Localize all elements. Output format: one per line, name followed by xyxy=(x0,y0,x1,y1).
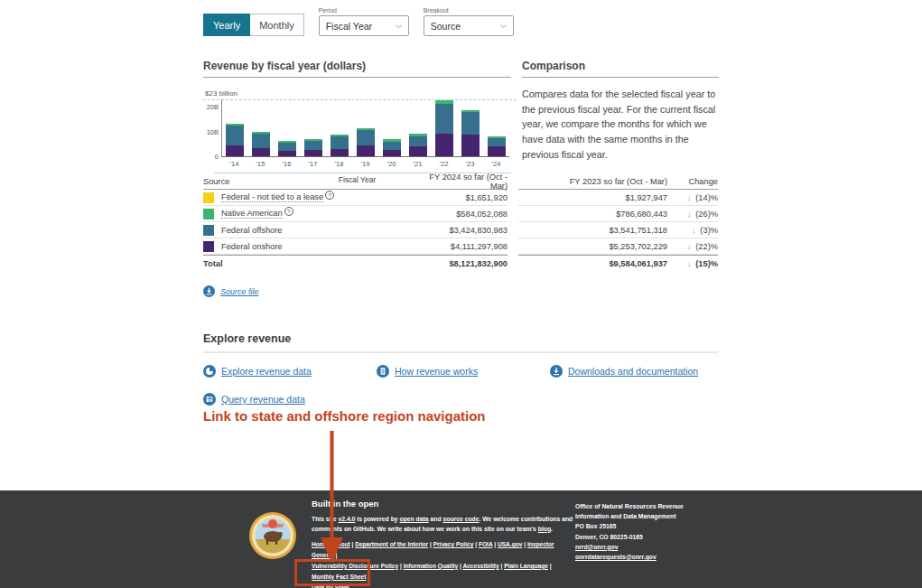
table-left-columns: SourceFY 2024 so far (Oct - Mar)Federal … xyxy=(203,173,508,271)
bar-segment-federal-offshore xyxy=(488,138,506,146)
footer-inline-link[interactable]: blog xyxy=(538,526,551,532)
contact-line: Denver, CO 80225-0165 xyxy=(575,532,684,542)
chart-title: Revenue by fiscal year (dollars) xyxy=(203,60,511,78)
row-label: Federal - not tied to a lease xyxy=(221,192,323,202)
help-icon[interactable]: ? xyxy=(325,191,334,200)
footer-link-information-quality[interactable]: Information Quality xyxy=(404,563,458,569)
bar-fy16[interactable] xyxy=(278,141,296,156)
revenue-breakdown-table: SourceFY 2024 so far (Oct - Mar)Federal … xyxy=(203,173,718,271)
footer-link-privacy-policy[interactable]: Privacy Policy xyxy=(433,541,474,547)
row-label: Native American xyxy=(221,209,283,219)
footer-link-usa-gov[interactable]: USA.gov xyxy=(498,541,522,547)
contact-text: Office of Natural Resources Revenue xyxy=(575,503,684,509)
change-value: ↓ (15)% xyxy=(667,259,718,268)
bar-segment-federal-offshore xyxy=(304,141,322,151)
bar-segment-federal-offshore xyxy=(252,134,270,148)
source-file-link[interactable]: Source file xyxy=(203,285,259,297)
comparison-description: Compares data for the selected fiscal ye… xyxy=(522,87,719,163)
x-tick-label: '16 xyxy=(283,160,292,168)
down-arrow-icon: ↓ xyxy=(687,242,692,251)
legend-swatch xyxy=(203,225,214,236)
contact-email-link[interactable]: nrrd@onrr.gov xyxy=(575,542,684,552)
change-value: ↓ (14)% xyxy=(667,193,718,202)
footer-inline-link[interactable]: open data xyxy=(399,516,428,522)
bar-fy23[interactable] xyxy=(461,110,480,156)
bar-fy14[interactable] xyxy=(226,124,244,156)
legend-swatch xyxy=(203,209,214,219)
x-tick-label: '20 xyxy=(387,160,396,168)
down-arrow-icon: ↓ xyxy=(687,193,692,202)
bar-segment-federal-offshore xyxy=(331,136,349,149)
monthly-tab[interactable]: Monthly xyxy=(250,14,304,36)
explore-link-downloads-and-documentation[interactable]: Downloads and documentation xyxy=(550,365,718,378)
footer-text: and xyxy=(429,516,443,522)
footer-link-plain-language[interactable]: Plain Language xyxy=(504,563,548,569)
contact-text: PO Box 25165 xyxy=(575,523,616,529)
chart-plot-area xyxy=(221,99,509,157)
bar-segment-federal-onshore xyxy=(357,145,375,156)
bar-fy18[interactable] xyxy=(331,135,349,156)
change-value: ↓ (22)% xyxy=(667,242,718,251)
bar-segment-federal-offshore xyxy=(357,130,375,145)
bar-segment-federal-onshore xyxy=(461,135,480,156)
row-label-cell: Native American? xyxy=(221,209,410,219)
x-tick-label: '21 xyxy=(414,160,423,168)
bar-fy15[interactable] xyxy=(252,132,270,156)
fy2024-value: $584,052,088 xyxy=(410,210,508,219)
bar-fy19[interactable] xyxy=(357,128,375,156)
chevron-down-icon: ⌵ xyxy=(500,21,507,31)
bar-fy17[interactable] xyxy=(304,139,322,156)
x-tick-label: '14 xyxy=(230,160,239,168)
table-icon xyxy=(203,393,216,406)
bar-segment-federal-onshore xyxy=(278,151,296,156)
row-label: Total xyxy=(203,259,223,268)
bar-fy22[interactable] xyxy=(435,100,453,156)
fy2023-column-header: FY 2023 so far (Oct - Mar) xyxy=(518,177,667,186)
footer-text: is powered by xyxy=(355,516,399,522)
explore-link-explore-revenue-data[interactable]: Explore revenue data xyxy=(203,365,377,378)
footer-link-foia[interactable]: FOIA xyxy=(479,541,493,547)
period-select[interactable]: Fiscal Year ⌵ xyxy=(319,15,409,36)
footer-inline-link[interactable]: source code xyxy=(442,516,479,522)
explore-link-how-revenue-works[interactable]: How revenue works xyxy=(377,365,550,378)
explore-link-query-revenue-data[interactable]: Query revenue data xyxy=(203,393,377,406)
x-axis-labels: '14'15'16'17'18'19'20'21'22'23'24 xyxy=(221,160,509,168)
built-in-the-open-title: Built in the open xyxy=(312,499,573,509)
bar-fy20[interactable] xyxy=(383,139,401,156)
bar-segment-federal-onshore xyxy=(226,145,244,156)
fy2024-value: $3,424,830,983 xyxy=(410,226,508,235)
x-tick-label: '15 xyxy=(256,160,265,168)
period-value: Fiscal Year xyxy=(326,21,372,32)
email-text: onrrdatarequests@onrr.gov xyxy=(575,554,657,560)
bar-segment-federal-onshore xyxy=(409,146,427,156)
revenue-page: Yearly Monthly Period Fiscal Year ⌵ Brea… xyxy=(0,0,922,588)
footer-link-department-of-the-interior[interactable]: Department of the Interior xyxy=(355,541,428,547)
change-value: ↓ (3)% xyxy=(667,226,718,235)
document-icon xyxy=(377,365,389,378)
contact-email-link[interactable]: onrrdatarequests@onrr.gov xyxy=(575,552,684,562)
source-column-header: Source xyxy=(203,177,410,186)
table-row: Federal offshore$3,424,830,983 xyxy=(203,222,508,238)
x-tick-label: '23 xyxy=(466,160,475,168)
bar-fy21[interactable] xyxy=(409,134,427,156)
footer-contact-block: Office of Natural Resources RevenueInfor… xyxy=(575,501,684,562)
explore-link-label: Downloads and documentation xyxy=(568,366,698,377)
down-arrow-icon: ↓ xyxy=(687,259,692,268)
fy2023-value: $5,253,702,229 xyxy=(518,242,667,251)
footer-link-accessibility[interactable]: Accessibility xyxy=(462,563,498,569)
breakout-label: Breakout xyxy=(424,7,514,14)
explore-revenue-section: Explore revenue Explore revenue dataHow … xyxy=(203,332,718,406)
help-icon[interactable]: ? xyxy=(284,207,293,216)
bar-segment-federal-onshore xyxy=(304,150,322,156)
yearly-tab[interactable]: Yearly xyxy=(203,14,250,36)
bar-segment-federal-onshore xyxy=(488,146,506,156)
down-arrow-icon: ↓ xyxy=(687,210,692,219)
change-value: ↓ (26)% xyxy=(667,210,718,219)
table-row: $786,680,443↓ (26)% xyxy=(518,206,718,222)
bar-fy24[interactable] xyxy=(488,136,506,156)
annotation-highlight-box xyxy=(294,559,370,586)
row-label-cell: Federal offshore xyxy=(221,226,410,235)
doi-seal-logo xyxy=(249,512,296,559)
breakout-select[interactable]: Source ⌵ xyxy=(424,15,514,36)
table-row: $3,541,751,318↓ (3)% xyxy=(518,222,718,238)
